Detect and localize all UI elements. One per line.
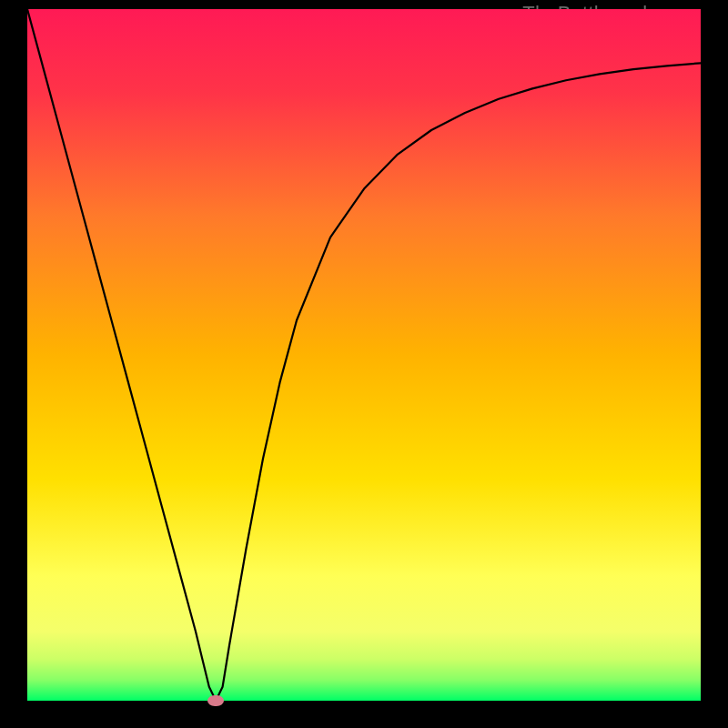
bottleneck-curve (27, 9, 701, 701)
minimum-marker (207, 695, 224, 706)
chart-frame (27, 9, 701, 701)
